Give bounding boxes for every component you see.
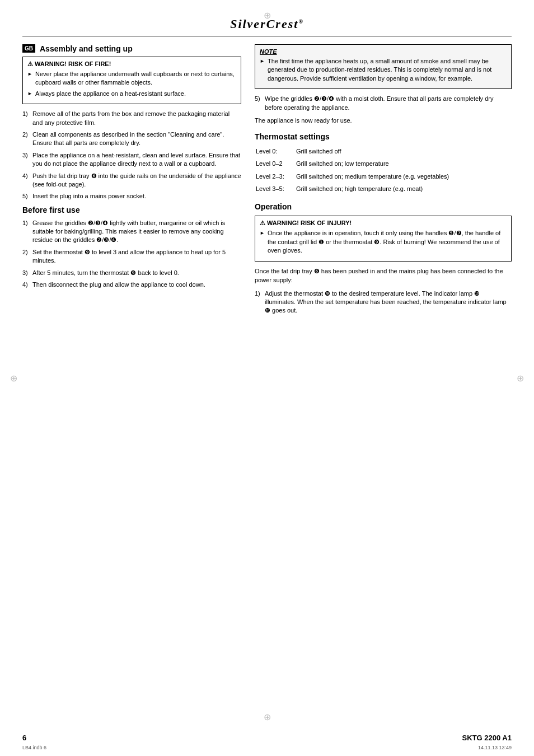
page-footer: 6 SKTG 2200 A1: [22, 734, 512, 742]
bfu-step-1: 1)Grease the griddles ❷/❸/❹ lightly with…: [22, 219, 241, 245]
content-columns: GB Assembly and setting up ⚠ WARNING! RI…: [22, 44, 512, 320]
thermostat-row-1: Level 0–2 Grill switched on; low tempera…: [256, 159, 510, 170]
header-divider: [22, 36, 512, 36]
operation-step-1: 1) Adjust the thermostat ❾ to the desire…: [255, 290, 512, 315]
before-first-use-steps: 1)Grease the griddles ❷/❸/❹ lightly with…: [22, 219, 241, 290]
injury-warning-title: ⚠ WARNING! RISK OF INJURY!: [260, 220, 507, 227]
page: ⊕ ⊕ ⊕ ⊕ SilverCrest® GB Assembly and set…: [0, 0, 534, 756]
injury-warning-item-1: Once the appliance is in operation, touc…: [260, 229, 507, 255]
thermostat-level-0: Level 0:: [256, 147, 295, 158]
left-crosshair: ⊕: [10, 373, 17, 384]
thermostat-level-3: Level 3–5:: [256, 184, 295, 195]
note-list: The first time the appliance heats up, a…: [260, 57, 507, 83]
thermostat-row-0: Level 0: Grill switched off: [256, 147, 510, 158]
assembly-step-4: 4)Push the fat drip tray ❻ into the guid…: [22, 172, 241, 189]
footer-date-info: 14.11.13 13:49: [478, 745, 512, 750]
right-column: NOTE The first time the appliance heats …: [255, 44, 512, 320]
note-box: NOTE The first time the appliance heats …: [255, 44, 512, 89]
thermostat-level-2: Level 2–3:: [256, 172, 295, 183]
gb-badge: GB: [22, 44, 35, 53]
assembly-step-3: 3)Place the appliance on a heat-resistan…: [22, 151, 241, 169]
thermostat-desc-0: Grill switched off: [296, 147, 510, 158]
thermostat-row-2: Level 2–3: Grill switched on; medium tem…: [256, 172, 510, 183]
injury-warning-list: Once the appliance is in operation, touc…: [260, 229, 507, 255]
footer-page-number: 6: [22, 734, 26, 742]
assembly-step-2: 2)Clean all components as described in t…: [22, 130, 241, 148]
before-first-use-title: Before first use: [22, 206, 241, 214]
ready-text: The appliance is now ready for use.: [255, 116, 512, 125]
thermostat-level-1: Level 0–2: [256, 159, 295, 170]
thermostat-desc-1: Grill switched on; low temperature: [296, 159, 510, 170]
operation-text: Once the fat drip tray ❻ has been pushed…: [255, 267, 512, 285]
top-crosshair: ⊕: [264, 10, 271, 21]
assembly-step-1: 1)Remove all of the parts from the box a…: [22, 110, 241, 127]
note-title: NOTE: [260, 48, 507, 55]
right-crosshair: ⊕: [517, 373, 524, 384]
fire-warning-item-2: Always place the appliance on a heat-res…: [27, 90, 236, 98]
fire-warning-box: ⚠ WARNING! RISK OF FIRE! Never place the…: [22, 57, 241, 104]
thermostat-row-3: Level 3–5: Grill switched on; high tempe…: [256, 184, 510, 195]
footer-model: SKTG 2200 A1: [462, 734, 512, 742]
assembly-step-5: 5)Insert the plug into a mains power soc…: [22, 192, 241, 200]
injury-warning-box: ⚠ WARNING! RISK OF INJURY! Once the appl…: [255, 216, 512, 261]
assembly-steps: 1)Remove all of the parts from the box a…: [22, 110, 241, 201]
thermostat-desc-3: Grill switched on; high temperature (e.g…: [296, 184, 510, 195]
brand-reg: ®: [298, 18, 303, 25]
fire-warning-title: ⚠ WARNING! RISK OF FIRE!: [27, 60, 236, 68]
fire-warning-item-1: Never place the appliance underneath wal…: [27, 70, 236, 87]
wipe-step: 5) Wipe the griddles ❷/❸/❹ with a moist …: [255, 95, 512, 112]
assembly-section-header: GB Assembly and setting up: [22, 44, 241, 53]
fire-warning-list: Never place the appliance underneath wal…: [27, 70, 236, 98]
thermostat-title: Thermostat settings: [255, 132, 512, 141]
assembly-title: Assembly and setting up: [40, 44, 133, 53]
bfu-step-4: 4)Then disconnect the plug and allow the…: [22, 281, 241, 289]
footer-print-info: LB4.indb 6: [22, 745, 46, 750]
left-column: GB Assembly and setting up ⚠ WARNING! RI…: [22, 44, 241, 320]
wipe-step-5: 5) Wipe the griddles ❷/❸/❹ with a moist …: [255, 95, 512, 112]
thermostat-desc-2: Grill switched on; medium temperature (e…: [296, 172, 510, 183]
operation-steps: 1) Adjust the thermostat ❾ to the desire…: [255, 290, 512, 315]
note-item-1: The first time the appliance heats up, a…: [260, 57, 507, 83]
operation-title: Operation: [255, 202, 512, 211]
thermostat-table: Level 0: Grill switched off Level 0–2 Gr…: [255, 146, 512, 197]
bottom-crosshair: ⊕: [264, 712, 271, 722]
bfu-step-2: 2)Set the thermostat ❾ to level 3 and al…: [22, 248, 241, 265]
bfu-step-3: 3)After 5 minutes, turn the thermostat ❾…: [22, 269, 241, 277]
